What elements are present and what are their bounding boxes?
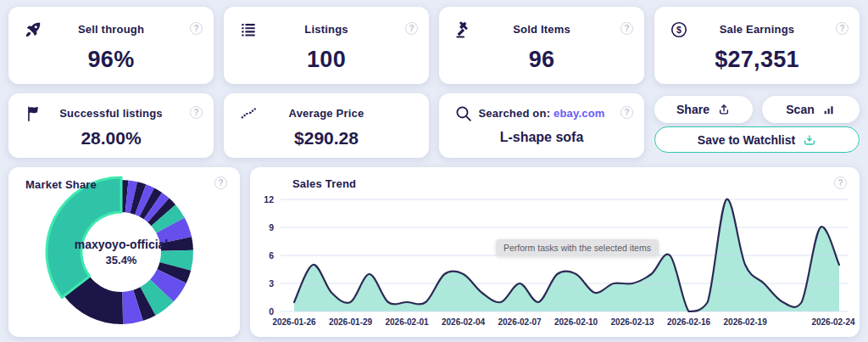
donut-center-share: 35.4%	[75, 254, 168, 266]
svg-text:9: 9	[269, 222, 274, 233]
stat-card-header: Listings ?	[224, 20, 429, 39]
stat-card-header: $ Sale Earnings ?	[654, 20, 860, 39]
stat-label: Sold Items	[439, 23, 644, 36]
donut-center-label: maxyoyo-official 35.4%	[75, 238, 168, 266]
help-icon[interactable]: ?	[620, 22, 633, 35]
stat-card-successful-listings: Successful listings ? 28.00%	[8, 93, 214, 158]
stat-value: $27,351	[654, 47, 860, 73]
stat-value: 100	[224, 47, 429, 73]
stat-label: Listings	[224, 23, 429, 36]
help-icon[interactable]: ?	[190, 106, 203, 119]
sales-trend-card: Sales Trend ? 0369122026-01-262026-01-29…	[250, 167, 860, 337]
scan-button[interactable]: Scan	[762, 96, 860, 123]
help-icon[interactable]: ?	[405, 22, 418, 35]
stat-card-sold-items: Sold Items ? 96	[439, 7, 644, 84]
save-button-label: Save to Watchlist	[698, 133, 795, 147]
searched-on-text: Searched on:	[478, 107, 550, 120]
svg-text:2026-02-10: 2026-02-10	[554, 317, 598, 327]
svg-text:2026-01-26: 2026-01-26	[272, 317, 316, 327]
stat-card-searched-on: Searched on: ebay.com ? L-shape sofa	[439, 93, 644, 158]
searched-on-label: Searched on: ebay.com	[439, 107, 644, 120]
share-button[interactable]: Share	[654, 96, 753, 123]
svg-text:2026-02-13: 2026-02-13	[611, 317, 655, 327]
help-icon[interactable]: ?	[620, 106, 633, 119]
market-share-title: Market Share	[25, 178, 97, 191]
stat-card-average-price: Average Price $290.28	[224, 93, 429, 158]
help-icon[interactable]: ?	[190, 22, 203, 35]
stat-card-header: Successful listings ?	[8, 104, 214, 121]
stat-value: $290.28	[224, 128, 429, 149]
stat-card-header: Searched on: ebay.com ?	[439, 104, 644, 121]
share-button-label: Share	[676, 103, 709, 116]
svg-text:2026-02-16: 2026-02-16	[667, 317, 711, 327]
stat-value: 96	[439, 47, 644, 73]
stat-label: Sell through	[8, 23, 214, 36]
scan-button-label: Scan	[786, 103, 814, 116]
stat-label: Sale Earnings	[654, 23, 860, 36]
stat-value: 28.00%	[8, 128, 214, 149]
help-icon[interactable]: ?	[214, 177, 227, 189]
svg-text:0: 0	[269, 306, 274, 317]
help-icon[interactable]: ?	[834, 177, 847, 189]
svg-text:2026-02-24: 2026-02-24	[811, 317, 855, 327]
svg-text:2026-02-19: 2026-02-19	[724, 317, 768, 327]
page: Sell through ? 96% Listings ? 100 Sold I…	[0, 0, 868, 342]
donut-center-name: maxyoyo-official	[75, 238, 168, 251]
sales-trend-title: Sales Trend	[292, 177, 356, 190]
market-share-card: Market Share ? maxyoyo-official 35.4%	[8, 167, 240, 337]
stat-card-header: Sell through ?	[8, 20, 214, 39]
stat-card-sale-earnings: $ Sale Earnings ? $27,351	[654, 7, 860, 84]
searched-on-site[interactable]: ebay.com	[554, 107, 605, 120]
stat-label: Average Price	[224, 107, 429, 120]
svg-text:12: 12	[264, 194, 274, 205]
save-icon	[803, 133, 816, 147]
svg-text:6: 6	[269, 250, 274, 261]
save-to-watchlist-button[interactable]: Save to Watchlist	[654, 126, 860, 153]
stat-card-sell-through: Sell through ? 96%	[8, 7, 214, 84]
signal-bars-icon	[822, 103, 836, 116]
help-icon[interactable]: ?	[836, 22, 849, 35]
stat-value: 96%	[8, 47, 214, 73]
svg-text:2026-02-01: 2026-02-01	[385, 317, 429, 327]
stat-label: Successful listings	[8, 107, 214, 120]
selection-toast: Perform tasks with the selected items	[496, 239, 659, 256]
stat-card-listings: Listings ? 100	[224, 7, 429, 84]
stat-card-header: Sold Items ?	[439, 20, 644, 39]
svg-text:2026-02-07: 2026-02-07	[498, 317, 542, 327]
svg-text:2026-02-04: 2026-02-04	[442, 317, 486, 327]
search-query: L-shape sofa	[439, 130, 644, 145]
stat-card-header: Average Price	[224, 104, 429, 121]
upload-icon	[717, 103, 731, 116]
svg-text:2026-01-29: 2026-01-29	[329, 317, 373, 327]
svg-text:3: 3	[269, 278, 274, 289]
